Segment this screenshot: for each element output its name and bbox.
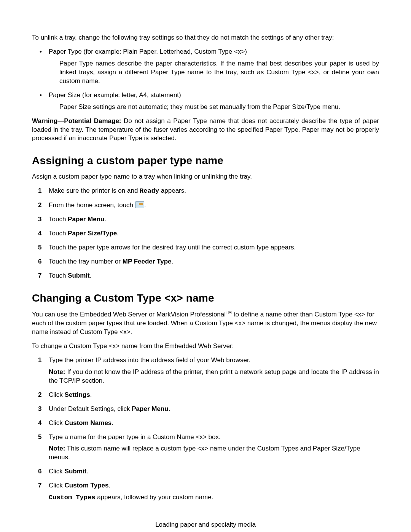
bullet-sub: Paper Size settings are not automatic; t… xyxy=(59,103,379,112)
ready-text: Ready xyxy=(140,187,159,195)
tray-icon xyxy=(135,201,144,208)
step-item: From the home screen, touch . xyxy=(32,201,379,210)
step-text: Type a name for the paper type in a Cust… xyxy=(49,433,221,441)
follow-text: Custom Types appears, followed by your c… xyxy=(49,493,379,502)
note-block: Note: If you do not know the IP address … xyxy=(49,368,379,385)
footer-chapter: Loading paper and specialty media xyxy=(32,521,379,529)
step-item: Click Custom Types. Custom Types appears… xyxy=(32,481,379,502)
custom-types-label: Custom Types xyxy=(65,482,109,489)
step-text: . xyxy=(90,272,92,279)
step-item: Touch Paper Size/Type. xyxy=(32,229,379,238)
paper-size-type-label: Paper Size/Type xyxy=(68,230,117,237)
note-label: Note: xyxy=(49,445,65,452)
bullet-sub: Paper Type names describe the paper char… xyxy=(59,59,379,86)
step-item: Click Custom Names. xyxy=(32,419,379,428)
step-text: Touch xyxy=(49,272,68,279)
step-text: From the home screen, touch xyxy=(49,201,135,209)
step-text: . xyxy=(108,482,110,489)
step-item: Touch the paper type arrows for the desi… xyxy=(32,243,379,252)
settings-label: Settings xyxy=(65,391,90,398)
bullet-text: Paper Type (for example: Plain Paper, Le… xyxy=(49,48,247,55)
section-heading-assigning: Assigning a custom paper type name xyxy=(32,153,379,168)
step-text: . xyxy=(86,468,88,475)
step-item: Type a name for the paper type in a Cust… xyxy=(32,433,379,462)
bullet-item: Paper Type (for example: Plain Paper, Le… xyxy=(32,48,379,86)
step-text: appears. xyxy=(159,187,186,194)
step-text: . xyxy=(112,419,113,427)
tm-superscript: TM xyxy=(226,310,232,315)
step-text: Click xyxy=(49,468,65,475)
step-text: . xyxy=(90,391,92,398)
step-item: Under Default Settings, click Paper Menu… xyxy=(32,405,379,414)
step-text: Click xyxy=(49,391,65,398)
custom-names-label: Custom Names xyxy=(65,419,112,427)
note-body: If you do not know the IP address of the… xyxy=(49,368,379,384)
page-footer: Loading paper and specialty media 88 xyxy=(32,521,379,532)
step-item: Touch Submit. xyxy=(32,272,379,280)
warning-label: Warning—Potential Damage: xyxy=(32,117,121,125)
step-item: Click Settings. xyxy=(32,391,379,399)
step-item: Touch Paper Menu. xyxy=(32,215,379,224)
section2-steps: Type the printer IP address into the add… xyxy=(32,356,379,502)
submit-label: Submit xyxy=(65,468,87,475)
note-body: This custom name will replace a custom t… xyxy=(49,445,360,461)
intro-text: You can use the Embedded Web Server or M… xyxy=(32,311,226,318)
step-text: . xyxy=(144,201,146,209)
step-item: Touch the tray number or MP Feeder Type. xyxy=(32,257,379,266)
step-text: Under Default Settings, click xyxy=(49,405,132,412)
paper-menu-label: Paper Menu xyxy=(132,405,168,412)
intro-paragraph: To unlink a tray, change the following t… xyxy=(32,34,379,42)
section2-lead: To change a Custom Type <x> name from th… xyxy=(32,342,379,351)
step-text: Touch the tray number or xyxy=(49,258,123,265)
step-text: . xyxy=(172,258,174,265)
step-item: Make sure the printer is on and Ready ap… xyxy=(32,187,379,196)
section2-intro: You can use the Embedded Web Server or M… xyxy=(32,310,379,336)
note-block: Note: This custom name will replace a cu… xyxy=(49,444,379,462)
step-text: . xyxy=(104,216,106,223)
step-text: Type the printer IP address into the add… xyxy=(49,356,250,364)
step-text: . xyxy=(169,405,170,412)
bullet-list: Paper Type (for example: Plain Paper, Le… xyxy=(32,48,379,112)
step-text: Touch the paper type arrows for the desi… xyxy=(49,244,296,251)
custom-types-mono: Custom Types xyxy=(49,494,95,501)
step-text: Touch xyxy=(49,216,68,223)
step-text: Make sure the printer is on and xyxy=(49,187,140,194)
mp-feeder-type-label: MP Feeder Type xyxy=(123,258,172,265)
section1-steps: Make sure the printer is on and Ready ap… xyxy=(32,187,379,280)
step-text: . xyxy=(117,230,119,237)
follow-rest: appears, followed by your custom name. xyxy=(95,494,213,501)
step-text: Touch xyxy=(49,230,68,237)
section1-intro: Assign a custom paper type name to a tra… xyxy=(32,173,379,181)
step-text: Click xyxy=(49,482,65,489)
bullet-text: Paper Size (for example: letter, A4, sta… xyxy=(49,91,181,99)
warning-paragraph: Warning—Potential Damage: Do not assign … xyxy=(32,117,379,143)
step-item: Click Submit. xyxy=(32,467,379,476)
submit-label: Submit xyxy=(68,272,90,279)
note-label: Note: xyxy=(49,368,65,375)
paper-menu-label: Paper Menu xyxy=(68,216,104,223)
bullet-item: Paper Size (for example: letter, A4, sta… xyxy=(32,91,379,112)
section-heading-changing: Changing a Custom Type <x> name xyxy=(32,291,379,305)
step-text: Click xyxy=(49,419,65,427)
step-item: Type the printer IP address into the add… xyxy=(32,356,379,385)
